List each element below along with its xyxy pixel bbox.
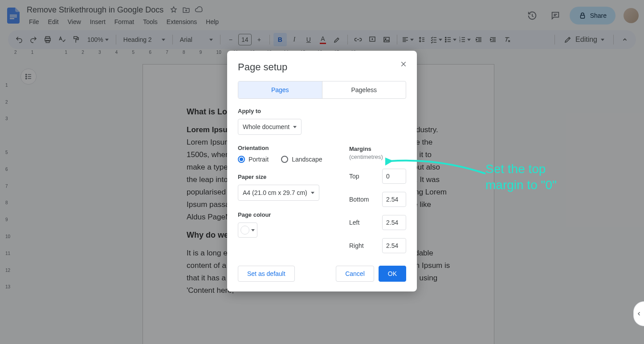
close-icon	[400, 61, 407, 68]
page-colour-label: Page colour	[238, 211, 327, 218]
radio-icon	[281, 156, 288, 163]
paper-size-label: Paper size	[238, 174, 327, 180]
paper-size-dropdown[interactable]: A4 (21.0 cm x 29.7 cm)	[238, 185, 319, 201]
page-setup-dialog: Page setup Pages Pageless Apply to Whole…	[227, 51, 417, 291]
orientation-landscape-radio[interactable]: Landscape	[281, 156, 322, 163]
margin-top-input[interactable]	[382, 169, 406, 184]
set-default-button[interactable]: Set as default	[238, 266, 295, 282]
annotation-text: Set the top margin to "0"	[485, 161, 557, 194]
margin-right-label: Right	[349, 242, 364, 249]
orientation-label: Orientation	[238, 145, 327, 151]
margins-label: Margins	[349, 146, 371, 152]
dialog-title: Page setup	[238, 61, 406, 73]
margin-bottom-input[interactable]	[382, 192, 406, 207]
margin-top-label: Top	[349, 173, 359, 180]
tab-pages[interactable]: Pages	[238, 81, 322, 98]
margin-left-label: Left	[349, 219, 359, 226]
dialog-tabs: Pages Pageless	[238, 81, 406, 99]
caret-icon	[311, 192, 314, 194]
apply-to-dropdown[interactable]: Whole document	[238, 119, 302, 135]
tab-pageless[interactable]: Pageless	[322, 81, 406, 98]
caret-icon	[251, 229, 255, 231]
portrait-label: Portrait	[249, 156, 269, 163]
orientation-portrait-radio[interactable]: Portrait	[238, 156, 269, 163]
landscape-label: Landscape	[292, 156, 322, 163]
page-colour-dropdown[interactable]	[238, 223, 257, 238]
close-button[interactable]	[398, 59, 409, 69]
margin-bottom-label: Bottom	[349, 196, 369, 203]
paper-size-value: A4 (21.0 cm x 29.7 cm)	[243, 189, 307, 196]
cancel-button[interactable]: Cancel	[336, 266, 374, 282]
apply-to-value: Whole document	[243, 123, 289, 130]
ok-button[interactable]: OK	[379, 266, 406, 282]
margin-left-input[interactable]	[382, 215, 406, 230]
apply-to-label: Apply to	[238, 108, 406, 114]
caret-icon	[293, 126, 297, 128]
margins-unit: (centimetres)	[349, 154, 383, 160]
chevron-left-icon	[636, 311, 642, 316]
margin-right-input[interactable]	[382, 238, 406, 253]
colour-swatch-icon	[240, 226, 249, 235]
radio-icon	[238, 156, 245, 163]
